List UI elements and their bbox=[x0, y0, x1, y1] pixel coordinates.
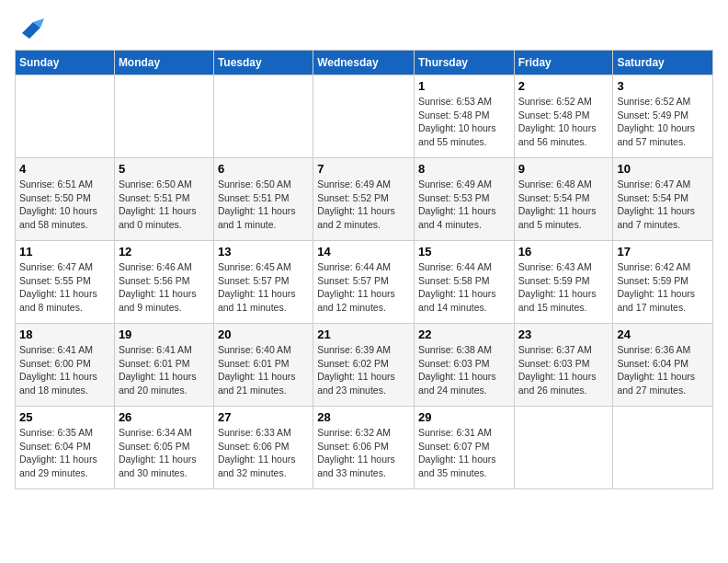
calendar-cell-2-2: 13Sunrise: 6:45 AM Sunset: 5:57 PM Dayli… bbox=[213, 241, 313, 324]
calendar-cell-3-1: 19Sunrise: 6:41 AM Sunset: 6:01 PM Dayli… bbox=[114, 324, 213, 407]
header bbox=[15, 15, 713, 40]
day-info: Sunrise: 6:50 AM Sunset: 5:51 PM Dayligh… bbox=[119, 178, 210, 232]
calendar-cell-2-6: 17Sunrise: 6:42 AM Sunset: 5:59 PM Dayli… bbox=[613, 241, 713, 324]
day-number: 9 bbox=[518, 162, 609, 176]
calendar-cell-1-0: 4Sunrise: 6:51 AM Sunset: 5:50 PM Daylig… bbox=[16, 158, 115, 241]
day-info: Sunrise: 6:48 AM Sunset: 5:54 PM Dayligh… bbox=[518, 178, 609, 232]
day-info: Sunrise: 6:49 AM Sunset: 5:53 PM Dayligh… bbox=[418, 178, 510, 232]
calendar-cell-3-2: 20Sunrise: 6:40 AM Sunset: 6:01 PM Dayli… bbox=[213, 324, 313, 407]
calendar-cell-3-6: 24Sunrise: 6:36 AM Sunset: 6:04 PM Dayli… bbox=[613, 324, 713, 407]
day-info: Sunrise: 6:40 AM Sunset: 6:01 PM Dayligh… bbox=[218, 343, 309, 397]
day-number: 29 bbox=[418, 410, 510, 424]
day-number: 22 bbox=[418, 327, 510, 341]
calendar-cell-3-5: 23Sunrise: 6:37 AM Sunset: 6:03 PM Dayli… bbox=[514, 324, 613, 407]
day-number: 19 bbox=[119, 327, 210, 341]
calendar-cell-3-3: 21Sunrise: 6:39 AM Sunset: 6:02 PM Dayli… bbox=[313, 324, 415, 407]
calendar-cell-4-3: 28Sunrise: 6:32 AM Sunset: 6:06 PM Dayli… bbox=[313, 407, 415, 489]
calendar-cell-0-4: 1Sunrise: 6:53 AM Sunset: 5:48 PM Daylig… bbox=[414, 75, 514, 158]
day-info: Sunrise: 6:52 AM Sunset: 5:48 PM Dayligh… bbox=[518, 95, 609, 149]
calendar-cell-1-6: 10Sunrise: 6:47 AM Sunset: 5:54 PM Dayli… bbox=[613, 158, 713, 241]
calendar-cell-1-1: 5Sunrise: 6:50 AM Sunset: 5:51 PM Daylig… bbox=[114, 158, 213, 241]
day-number: 1 bbox=[418, 79, 510, 93]
calendar-cell-1-2: 6Sunrise: 6:50 AM Sunset: 5:51 PM Daylig… bbox=[213, 158, 313, 241]
day-info: Sunrise: 6:51 AM Sunset: 5:50 PM Dayligh… bbox=[19, 178, 110, 232]
header-sunday: Sunday bbox=[16, 51, 115, 75]
day-info: Sunrise: 6:53 AM Sunset: 5:48 PM Dayligh… bbox=[418, 95, 510, 149]
header-thursday: Thursday bbox=[414, 51, 514, 75]
day-info: Sunrise: 6:37 AM Sunset: 6:03 PM Dayligh… bbox=[518, 343, 609, 397]
header-tuesday: Tuesday bbox=[213, 51, 313, 75]
logo bbox=[15, 15, 48, 40]
day-info: Sunrise: 6:47 AM Sunset: 5:55 PM Dayligh… bbox=[19, 260, 110, 315]
day-number: 25 bbox=[19, 410, 110, 424]
header-monday: Monday bbox=[114, 51, 213, 75]
day-info: Sunrise: 6:41 AM Sunset: 6:00 PM Dayligh… bbox=[19, 343, 110, 397]
day-info: Sunrise: 6:52 AM Sunset: 5:49 PM Dayligh… bbox=[617, 95, 709, 149]
header-wednesday: Wednesday bbox=[313, 51, 415, 75]
calendar-cell-2-5: 16Sunrise: 6:43 AM Sunset: 5:59 PM Dayli… bbox=[514, 241, 613, 324]
calendar-cell-2-4: 15Sunrise: 6:44 AM Sunset: 5:58 PM Dayli… bbox=[414, 241, 514, 324]
day-info: Sunrise: 6:31 AM Sunset: 6:07 PM Dayligh… bbox=[418, 426, 510, 480]
calendar-cell-0-1 bbox=[114, 75, 213, 158]
calendar-cell-1-5: 9Sunrise: 6:48 AM Sunset: 5:54 PM Daylig… bbox=[514, 158, 613, 241]
day-number: 8 bbox=[418, 162, 510, 176]
week-row-2: 4Sunrise: 6:51 AM Sunset: 5:50 PM Daylig… bbox=[16, 158, 713, 241]
header-saturday: Saturday bbox=[613, 51, 713, 75]
day-info: Sunrise: 6:39 AM Sunset: 6:02 PM Dayligh… bbox=[317, 343, 410, 397]
day-info: Sunrise: 6:38 AM Sunset: 6:03 PM Dayligh… bbox=[418, 343, 510, 397]
calendar-cell-0-6: 3Sunrise: 6:52 AM Sunset: 5:49 PM Daylig… bbox=[613, 75, 713, 158]
header-friday: Friday bbox=[514, 51, 613, 75]
day-number: 14 bbox=[317, 245, 410, 259]
day-number: 3 bbox=[617, 79, 709, 93]
calendar-header-row: SundayMondayTuesdayWednesdayThursdayFrid… bbox=[16, 51, 713, 75]
day-number: 11 bbox=[19, 245, 110, 259]
calendar-cell-4-4: 29Sunrise: 6:31 AM Sunset: 6:07 PM Dayli… bbox=[414, 407, 514, 489]
calendar-cell-4-5 bbox=[514, 407, 613, 489]
day-info: Sunrise: 6:49 AM Sunset: 5:52 PM Dayligh… bbox=[317, 178, 410, 232]
day-number: 10 bbox=[617, 162, 709, 176]
day-info: Sunrise: 6:44 AM Sunset: 5:57 PM Dayligh… bbox=[317, 260, 410, 315]
day-number: 18 bbox=[19, 327, 110, 341]
calendar-cell-2-0: 11Sunrise: 6:47 AM Sunset: 5:55 PM Dayli… bbox=[16, 241, 115, 324]
week-row-1: 1Sunrise: 6:53 AM Sunset: 5:48 PM Daylig… bbox=[16, 75, 713, 158]
day-number: 24 bbox=[617, 327, 709, 341]
day-info: Sunrise: 6:43 AM Sunset: 5:59 PM Dayligh… bbox=[518, 260, 609, 315]
calendar-cell-0-2 bbox=[213, 75, 313, 158]
day-info: Sunrise: 6:45 AM Sunset: 5:57 PM Dayligh… bbox=[218, 260, 309, 315]
calendar-cell-2-3: 14Sunrise: 6:44 AM Sunset: 5:57 PM Dayli… bbox=[313, 241, 415, 324]
day-info: Sunrise: 6:47 AM Sunset: 5:54 PM Dayligh… bbox=[617, 178, 709, 232]
logo-bird-icon bbox=[15, 15, 44, 40]
day-number: 13 bbox=[218, 245, 309, 259]
day-number: 21 bbox=[317, 327, 410, 341]
day-info: Sunrise: 6:32 AM Sunset: 6:06 PM Dayligh… bbox=[317, 426, 410, 480]
calendar-cell-3-4: 22Sunrise: 6:38 AM Sunset: 6:03 PM Dayli… bbox=[414, 324, 514, 407]
calendar-cell-1-4: 8Sunrise: 6:49 AM Sunset: 5:53 PM Daylig… bbox=[414, 158, 514, 241]
calendar-cell-4-1: 26Sunrise: 6:34 AM Sunset: 6:05 PM Dayli… bbox=[114, 407, 213, 489]
week-row-5: 25Sunrise: 6:35 AM Sunset: 6:04 PM Dayli… bbox=[16, 407, 713, 489]
day-number: 17 bbox=[617, 245, 709, 259]
day-number: 20 bbox=[218, 327, 309, 341]
calendar-cell-4-2: 27Sunrise: 6:33 AM Sunset: 6:06 PM Dayli… bbox=[213, 407, 313, 489]
week-row-4: 18Sunrise: 6:41 AM Sunset: 6:00 PM Dayli… bbox=[16, 324, 713, 407]
day-number: 6 bbox=[218, 162, 309, 176]
calendar-cell-0-3 bbox=[313, 75, 415, 158]
calendar-cell-4-0: 25Sunrise: 6:35 AM Sunset: 6:04 PM Dayli… bbox=[16, 407, 115, 489]
day-info: Sunrise: 6:41 AM Sunset: 6:01 PM Dayligh… bbox=[119, 343, 210, 397]
week-row-3: 11Sunrise: 6:47 AM Sunset: 5:55 PM Dayli… bbox=[16, 241, 713, 324]
calendar-table: SundayMondayTuesdayWednesdayThursdayFrid… bbox=[15, 50, 713, 489]
day-number: 5 bbox=[119, 162, 210, 176]
calendar-cell-0-5: 2Sunrise: 6:52 AM Sunset: 5:48 PM Daylig… bbox=[514, 75, 613, 158]
day-info: Sunrise: 6:36 AM Sunset: 6:04 PM Dayligh… bbox=[617, 343, 709, 397]
day-info: Sunrise: 6:35 AM Sunset: 6:04 PM Dayligh… bbox=[19, 426, 110, 480]
day-number: 27 bbox=[218, 410, 309, 424]
day-number: 23 bbox=[518, 327, 609, 341]
calendar-cell-1-3: 7Sunrise: 6:49 AM Sunset: 5:52 PM Daylig… bbox=[313, 158, 415, 241]
calendar-cell-3-0: 18Sunrise: 6:41 AM Sunset: 6:00 PM Dayli… bbox=[16, 324, 115, 407]
calendar-cell-4-6 bbox=[613, 407, 713, 489]
day-number: 2 bbox=[518, 79, 609, 93]
day-number: 12 bbox=[119, 245, 210, 259]
day-info: Sunrise: 6:44 AM Sunset: 5:58 PM Dayligh… bbox=[418, 260, 510, 315]
day-info: Sunrise: 6:50 AM Sunset: 5:51 PM Dayligh… bbox=[218, 178, 309, 232]
day-number: 26 bbox=[119, 410, 210, 424]
day-number: 4 bbox=[19, 162, 110, 176]
